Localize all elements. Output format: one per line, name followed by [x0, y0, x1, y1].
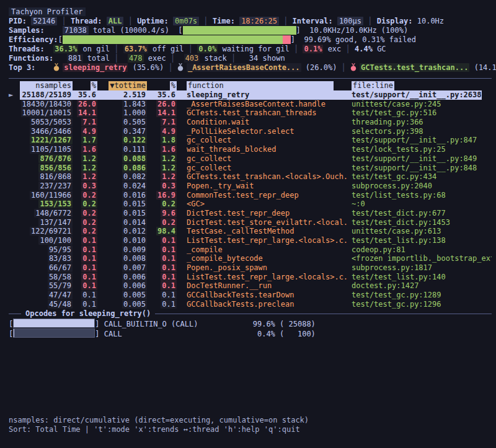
opcode-row-2: [] CALL 0.4% ( 100) — [9, 328, 492, 338]
table-row[interactable]: 100/1000.10.0100.1ListTest.test_repr_lar… — [9, 236, 492, 245]
cell-p2: 0.1 — [147, 300, 177, 309]
cell-p1: 1.2 — [73, 172, 97, 182]
table-row[interactable]: 1105/11051.60.1111.6wait_threads_blocked… — [9, 145, 492, 154]
table-row[interactable]: 45/480.10.0050.1GCCallbackTests.preclean… — [9, 300, 492, 309]
cell-ns: 148/6772 — [20, 209, 73, 218]
thread-value[interactable]: ALL — [107, 17, 124, 25]
top3-item-3: GCTests.test_trashcan... (14.1%) — [350, 63, 496, 72]
cell-p2: 0.1 — [147, 263, 177, 273]
cell-ns: 816/868 — [20, 172, 73, 182]
table-row[interactable]: 160/119660.20.01616.9CommonTest.test_rep… — [9, 191, 492, 200]
table-row[interactable]: 237/2370.30.0240.3Popen._try_waitsubproc… — [9, 182, 492, 191]
app-title: Tachyon Profiler — [9, 7, 86, 16]
cell-file-line: test/support/__init__.py:849 — [347, 154, 492, 164]
functions-shown-value: 34 — [249, 54, 258, 63]
table-row[interactable]: 66/670.10.0070.1Popen._posix_spawnsubpro… — [9, 263, 492, 273]
table-row[interactable]: 55/790.10.0060.1DocTestRunner.__rundocte… — [9, 281, 492, 291]
efficiency-row: Efficiency:[] 99.69% good, 0.31% failed — [9, 35, 492, 45]
column-header-pct2[interactable]: % — [170, 81, 177, 90]
cell-file-line: test/test_gc.py:1296 — [347, 300, 492, 309]
cell-ns: 55/79 — [20, 281, 73, 291]
opcodes-section-header: Opcodes for sleeping_retry() — [9, 309, 492, 318]
top3-item-1: sleeping_retry (35.6%) — [53, 63, 164, 72]
table-row[interactable]: 816/8681.20.0821.2GCTests.test_trashcan.… — [9, 172, 492, 182]
table-row[interactable]: 18430/1843026.01.84326.0_AssertRaisesBas… — [9, 100, 492, 109]
table-row[interactable]: 3466/34664.90.3474.9_PollLikeSelector.se… — [9, 127, 492, 136]
threads-on-gil-label: on gil — [83, 45, 110, 53]
cell-function: Popen._try_wait — [177, 182, 347, 191]
table-row[interactable]: 122/697210.20.01298.4TestCase._callTestM… — [9, 227, 492, 236]
functions-row: Functions: 881 total │ 478 exec │ 403 st… — [9, 54, 492, 63]
selected-row-marker — [9, 108, 20, 118]
table-row[interactable]: 83/830.10.0080.1_compile_bytecode<frozen… — [9, 254, 492, 263]
cell-p1: 0.2 — [73, 209, 97, 218]
cell-p1: 1.6 — [73, 145, 97, 154]
cell-file-line: test/test_list.py:138 — [347, 236, 492, 245]
column-header-nsamples[interactable]: nsamples — [20, 81, 73, 90]
column-header-pct1[interactable]: % — [91, 81, 97, 90]
table-row[interactable]: 47/470.10.0050.1GCCallbackTests.tearDown… — [9, 291, 492, 300]
functions-stack-label: stack — [205, 54, 227, 63]
cell-file-line: unittest/case.py:613 — [347, 227, 492, 236]
table-row-selected[interactable]: ►25188/2518935.62.51935.6sleeping_retryt… — [9, 90, 482, 100]
table-row[interactable]: 5053/50537.10.5057.1Condition.waitthread… — [9, 118, 492, 127]
cell-p2: 14.1 — [147, 108, 177, 118]
column-header-file-line[interactable]: file:line — [352, 81, 394, 90]
samples-rate: 10.0KHz/10.0KHz (100%) — [309, 26, 408, 35]
display-label: Display: — [377, 17, 413, 25]
table-row[interactable]: 1221/12671.70.1221.8gc_collecttest/suppo… — [9, 136, 492, 145]
thread-label: Thread: — [71, 17, 102, 25]
table-row[interactable]: 153/1530.20.0150.2<GC>~:0 — [9, 200, 492, 209]
cell-tt: 0.006 — [97, 281, 147, 291]
table-row[interactable]: 856/8561.20.0861.2gc_collecttest/support… — [9, 164, 492, 173]
cell-tt: 0.347 — [97, 127, 147, 136]
cell-tt: 0.007 — [97, 263, 147, 273]
cell-ns: 10001/10015 — [20, 108, 73, 118]
functions-exec-value: 478 — [128, 54, 144, 63]
top3-pct-1: (35.6%) — [133, 63, 164, 72]
selected-row-marker — [9, 281, 20, 291]
cell-file-line: test/test_dict.py:1453 — [347, 218, 492, 227]
help-bar: Sort: Total Time | 't':mode 'x':trends ↔… — [9, 425, 492, 434]
table-row[interactable]: 58/580.10.0060.1ListTest.test_repr_large… — [9, 273, 492, 282]
cell-file-line: selectors.py:398 — [347, 127, 492, 136]
cell-function: GCCallbackTests.tearDown — [177, 291, 347, 300]
column-header-function[interactable]: function — [187, 81, 334, 90]
table-row[interactable]: 10001/1001514.11.00014.1GCTests.test_tra… — [9, 108, 492, 118]
cell-file-line: subprocess.py:2040 — [347, 182, 492, 191]
selected-row-marker — [9, 291, 20, 300]
cell-p2: 9.6 — [147, 209, 177, 218]
cell-ns: 122/69721 — [20, 227, 73, 236]
cell-file-line: test/support/__init__.py:2638 — [347, 90, 482, 100]
table-row[interactable]: 95/950.10.0090.1_compilecodeop.py:81 — [9, 245, 492, 255]
cell-tt: 0.014 — [97, 218, 147, 227]
cell-tt: 0.082 — [97, 172, 147, 182]
samples-rate-suffix: total (10000.4/s) — [89, 26, 169, 35]
threads-exc-value: 0.1% — [303, 45, 323, 53]
cell-p1: 0.2 — [73, 218, 97, 227]
cell-ns: 100/100 — [20, 236, 73, 245]
top3-row: Top 3: sleeping_retry (35.6%) │ _AssertR… — [9, 63, 492, 72]
cell-tt: 0.005 — [97, 291, 147, 300]
top3-name-1: sleeping_retry — [63, 63, 128, 72]
tachyon-profiler-window: Tachyon Profiler PID: 52146 │ Thread: AL… — [0, 0, 496, 434]
cell-ns: 58/58 — [20, 273, 73, 282]
cell-tt: 0.005 — [97, 300, 147, 309]
cell-p2: 0.1 — [147, 281, 177, 291]
cell-p2: 1.2 — [147, 154, 177, 164]
cell-p1: 0.1 — [73, 254, 97, 263]
cell-function: <GC> — [177, 200, 347, 209]
cell-p1: 0.2 — [73, 191, 97, 200]
cell-tt: 0.015 — [97, 200, 147, 209]
cell-p2: 1.2 — [147, 164, 177, 173]
column-header-tottime-sorted[interactable]: ▼tottime — [108, 81, 147, 90]
selected-row-marker — [9, 164, 20, 173]
cell-function: gc_collect — [177, 136, 347, 145]
cell-ns: 18430/18430 — [20, 100, 73, 109]
silver-medal-icon — [177, 63, 184, 71]
cell-ns: 66/67 — [20, 263, 73, 273]
cell-ns: 153/153 — [20, 200, 73, 209]
table-row[interactable]: 876/8761.20.0881.2gc_collecttest/support… — [9, 154, 492, 164]
table-row[interactable]: 137/1470.20.0140.2DictTest.test_store_ev… — [9, 218, 492, 227]
table-row[interactable]: 148/67720.20.0159.6DictTest.test_repr_de… — [9, 209, 492, 218]
